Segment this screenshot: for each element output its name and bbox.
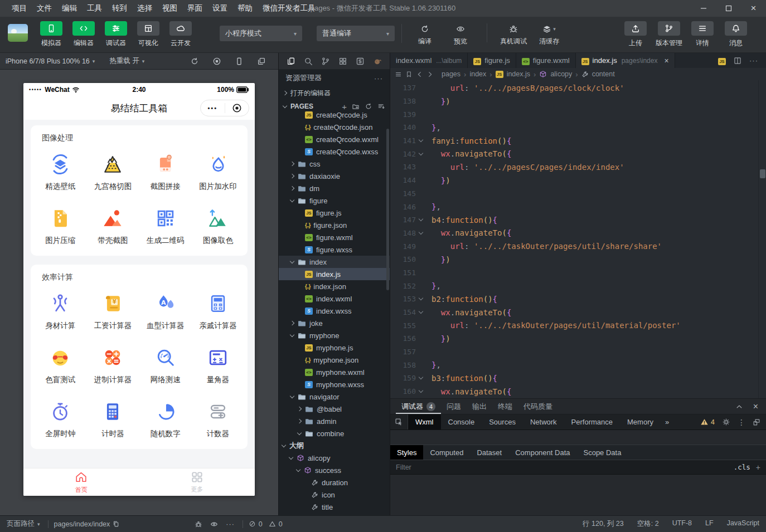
detach-window-icon[interactable]	[250, 57, 273, 66]
tree-file-figure.json[interactable]: {..}figure.json	[279, 219, 390, 231]
outline-section-header[interactable]: 大纲	[279, 440, 390, 452]
debugger-tab-问题[interactable]: 问题	[441, 399, 467, 414]
device-frame-icon[interactable]	[228, 57, 250, 66]
tool-亲戚计算器[interactable]: 亲戚计算器	[192, 284, 244, 338]
tree-folder-index[interactable]: index	[279, 256, 390, 268]
encoding-setting[interactable]: UTF-8	[672, 519, 692, 529]
tree-file-index.wxml[interactable]: <>index.wxml	[279, 292, 390, 305]
fold-icon[interactable]	[419, 388, 423, 393]
scrollbar-handle[interactable]	[760, 169, 765, 178]
split-editor-icon[interactable]	[734, 57, 741, 65]
menu-选择[interactable]: 选择	[132, 0, 157, 17]
eol-setting[interactable]: LF	[705, 519, 714, 529]
breadcrumb-item[interactable]: pages	[442, 70, 460, 78]
tool-生成二维码[interactable]: 生成二维码	[139, 198, 192, 252]
fold-icon[interactable]	[419, 296, 423, 300]
cls-toggle[interactable]: .cls	[734, 463, 750, 471]
more-actions-icon[interactable]: ···	[749, 56, 758, 65]
tree-file-index.json[interactable]: {..}index.json	[279, 280, 390, 292]
tree-file-figure.wxml[interactable]: <>figure.wxml	[279, 231, 390, 243]
elements-tree-area[interactable]	[390, 430, 766, 445]
tree-file-createQrcode.wxml[interactable]: <>createQrcode.wxml	[279, 133, 390, 145]
breadcrumb-item[interactable]: content	[592, 70, 615, 78]
devtools-settings-icon[interactable]	[722, 418, 730, 426]
editor-tab-index.wxml[interactable]: index.wxml ...\album	[390, 53, 468, 68]
fold-icon[interactable]	[419, 217, 423, 221]
git-branch-icon[interactable]	[317, 57, 334, 66]
phone-tab-首页[interactable]: 首页	[23, 468, 139, 496]
tool-进制计算器[interactable]: 进制计算器	[86, 338, 139, 392]
tree-file-myphone.js[interactable]: JSmyphone.js	[279, 341, 390, 354]
tool-精选壁纸[interactable]: 精选壁纸	[34, 144, 86, 198]
styles-tab-Styles[interactable]: Styles	[390, 445, 423, 460]
menu-界面[interactable]: 界面	[182, 0, 207, 17]
more-options-button[interactable]: •••	[201, 105, 225, 111]
language-mode[interactable]: JavaScript	[727, 519, 759, 529]
menu-视图[interactable]: 视图	[157, 0, 182, 17]
tree-folder-dm[interactable]: dm	[279, 182, 390, 194]
fold-icon[interactable]	[419, 375, 423, 379]
page-path-selector[interactable]: 页面路径 ▾	[7, 519, 40, 529]
debug-icon[interactable]	[195, 520, 202, 528]
tool-身材计算[interactable]: 身材计算	[34, 284, 86, 338]
close-miniprogram-button[interactable]	[225, 103, 249, 113]
copy-icon[interactable]	[113, 520, 120, 528]
phone-tab-更多[interactable]: 更多	[139, 468, 255, 496]
add-style-icon[interactable]: +	[756, 463, 760, 472]
editor-tab-figure.wxml[interactable]: <> figure.wxml	[516, 53, 576, 68]
tree-folder-admin[interactable]: admin	[279, 415, 390, 427]
more-icon[interactable]: ···	[226, 520, 235, 528]
explorer-scrollbar[interactable]	[386, 129, 389, 290]
problems-indicator[interactable]: 0 0	[249, 520, 283, 528]
tool-工资计算器[interactable]: ¥ 工资计算器	[86, 284, 139, 338]
tree-file-createQrcode.wxss[interactable]: ScreateQrcode.wxss	[279, 145, 390, 158]
outline-item-icon[interactable]: icon	[279, 489, 390, 501]
hot-reload-toggle[interactable]: 热重载 开 ▾	[109, 56, 144, 66]
action-上传[interactable]: 上传	[621, 21, 650, 48]
editor-tab-index.js[interactable]: JS index.js pages\index ×	[576, 53, 675, 68]
tool-量角器[interactable]: 量角器	[192, 338, 244, 392]
styles-tab-Scope-Data[interactable]: Scope Data	[576, 445, 628, 460]
tool-图片加水印[interactable]: 图片加水印	[192, 144, 244, 198]
tree-file-figure.wxss[interactable]: Sfigure.wxss	[279, 243, 390, 256]
action-版本管理[interactable]: 版本管理	[655, 21, 683, 48]
tree-folder-@babel[interactable]: @babel	[279, 403, 390, 415]
code-editor[interactable]: 1371381391401411421431441451461471481491…	[390, 80, 766, 398]
plugin-icon[interactable]	[369, 57, 386, 66]
menu-微信开发者工具[interactable]: 微信开发者工具	[258, 0, 321, 17]
toolbar-button-云开发[interactable]: 云开发	[166, 21, 195, 48]
editor-scrollbar[interactable]	[758, 80, 766, 398]
tool-血型计算器[interactable]: A 血型计算器	[139, 284, 192, 338]
menu-工具[interactable]: 工具	[82, 0, 107, 17]
files-icon[interactable]	[282, 57, 299, 66]
fold-icon[interactable]	[419, 230, 423, 235]
tree-file-createQrcode.js[interactable]: JScreateQrcode.js	[279, 109, 390, 121]
stop-icon[interactable]	[206, 57, 228, 66]
search-icon[interactable]	[299, 57, 317, 66]
tree-folder-figure[interactable]: figure	[279, 194, 390, 207]
restart-icon[interactable]	[183, 57, 206, 66]
toolbar-button-编辑器[interactable]: 编辑器	[69, 21, 98, 48]
console-warnings[interactable]: 4	[700, 418, 715, 426]
tool-计时器[interactable]: 计时器	[86, 392, 139, 446]
inspector-tab-Network[interactable]: Network	[523, 414, 564, 429]
action-预览[interactable]: 预览	[444, 23, 477, 46]
compile-dropdown[interactable]: 普通编译 ▾	[317, 26, 395, 41]
outline-item-success[interactable]: success	[279, 464, 390, 476]
breadcrumb-item[interactable]: alicopy	[550, 70, 572, 78]
fold-icon[interactable]	[419, 309, 423, 314]
inspector-tab-Sources[interactable]: Sources	[482, 414, 523, 429]
inspector-tab-Memory[interactable]: Memory	[620, 414, 661, 429]
tree-file-myphone.wxss[interactable]: Smyphone.wxss	[279, 378, 390, 391]
editor-tab-figure.js[interactable]: JS figure.js	[468, 53, 516, 68]
preview-eye-icon[interactable]	[210, 520, 218, 528]
debugger-tab-输出[interactable]: 输出	[467, 399, 492, 414]
bookmark-icon[interactable]	[405, 71, 413, 78]
debugger-tab-终端[interactable]: 终端	[492, 399, 518, 414]
menu-编辑[interactable]: 编辑	[57, 0, 82, 17]
tree-folder-myphone[interactable]: myphone	[279, 329, 390, 341]
menu-项目[interactable]: 项目	[7, 0, 32, 17]
open-editors-section[interactable]: 打开的编辑器	[279, 86, 390, 100]
tree-file-index.js[interactable]: JSindex.js	[279, 268, 390, 280]
debugger-tab-调试器[interactable]: 调试器 4	[396, 399, 441, 414]
